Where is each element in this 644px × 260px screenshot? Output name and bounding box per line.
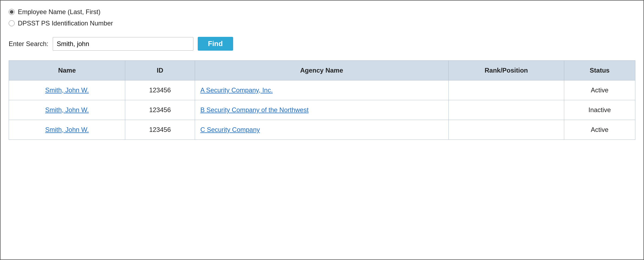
cell-agency: C Security Company: [195, 120, 448, 140]
cell-status: Active: [564, 80, 635, 100]
col-header-agency: Agency Name: [195, 61, 448, 80]
employee-name-link[interactable]: Smith, John W.: [45, 86, 89, 94]
radio-employee-name-label: Employee Name (Last, First): [18, 8, 100, 16]
search-type-group: Employee Name (Last, First) DPSST PS Ide…: [9, 8, 635, 27]
agency-name-link[interactable]: B Security Company of the Northwest: [200, 106, 309, 113]
cell-rank: [448, 80, 564, 100]
table-row: Smith, John W.123456C Security CompanyAc…: [9, 120, 635, 140]
cell-agency: B Security Company of the Northwest: [195, 100, 448, 120]
radio-dpsst-id[interactable]: [9, 20, 15, 26]
radio-label-id[interactable]: DPSST PS Identification Number: [9, 20, 635, 27]
cell-id: 123456: [125, 80, 195, 100]
radio-dpsst-id-label: DPSST PS Identification Number: [18, 20, 113, 27]
cell-id: 123456: [125, 120, 195, 140]
search-input[interactable]: [53, 37, 193, 51]
cell-name: Smith, John W.: [9, 120, 125, 140]
radio-employee-name[interactable]: [9, 9, 15, 15]
search-label: Enter Search:: [9, 40, 48, 48]
col-header-name: Name: [9, 61, 125, 80]
cell-name: Smith, John W.: [9, 80, 125, 100]
cell-agency: A Security Company, Inc.: [195, 80, 448, 100]
search-row: Enter Search: Find: [9, 37, 635, 51]
find-button[interactable]: Find: [198, 37, 233, 51]
cell-id: 123456: [125, 100, 195, 120]
table-row: Smith, John W.123456A Security Company, …: [9, 80, 635, 100]
employee-name-link[interactable]: Smith, John W.: [45, 106, 89, 113]
col-header-status: Status: [564, 61, 635, 80]
cell-rank: [448, 100, 564, 120]
col-header-rank: Rank/Position: [448, 61, 564, 80]
cell-status: Inactive: [564, 100, 635, 120]
agency-name-link[interactable]: C Security Company: [200, 126, 260, 133]
col-header-id: ID: [125, 61, 195, 80]
cell-name: Smith, John W.: [9, 100, 125, 120]
main-container: Employee Name (Last, First) DPSST PS Ide…: [0, 0, 644, 260]
table-row: Smith, John W.123456B Security Company o…: [9, 100, 635, 120]
table-header-row: Name ID Agency Name Rank/Position Status: [9, 61, 635, 80]
radio-label-name[interactable]: Employee Name (Last, First): [9, 8, 635, 16]
employee-name-link[interactable]: Smith, John W.: [45, 126, 89, 133]
results-table: Name ID Agency Name Rank/Position Status…: [9, 60, 635, 140]
cell-status: Active: [564, 120, 635, 140]
agency-name-link[interactable]: A Security Company, Inc.: [200, 86, 273, 94]
cell-rank: [448, 120, 564, 140]
